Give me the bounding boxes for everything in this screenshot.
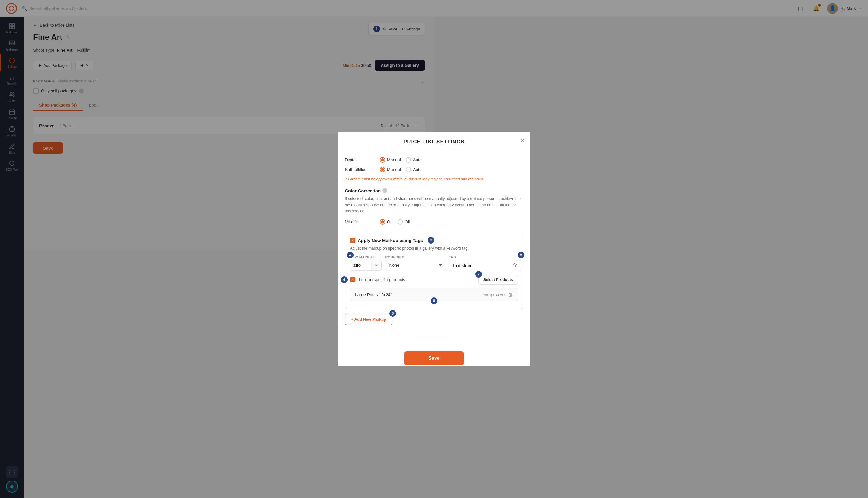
color-correction-desc: If selected, color, contrast and sharpne…	[345, 196, 434, 214]
digital-auto-radio[interactable]	[406, 157, 411, 162]
self-manual-radio[interactable]	[380, 167, 385, 172]
millers-on-option[interactable]: On	[380, 219, 393, 225]
millers-radio-group: On Off	[380, 219, 410, 225]
color-correction-info-icon[interactable]: i	[382, 188, 387, 193]
markup-title: Apply New Markup using Tags	[358, 238, 423, 243]
millers-row: Miller's On Off	[345, 219, 434, 225]
modal-body: Digital Manual Auto Self-fulfilled	[337, 150, 434, 249]
digital-manual-label: Manual	[387, 157, 401, 162]
color-correction-label: Color Correction	[345, 188, 381, 193]
markup-header: ✓ Apply New Markup using Tags 2	[350, 237, 434, 244]
digital-manual-radio[interactable]	[380, 157, 385, 162]
digital-auto-option[interactable]: Auto	[406, 157, 422, 162]
digital-label: Digital	[345, 157, 375, 162]
millers-off-radio[interactable]	[397, 219, 403, 225]
warning-text: All orders must be approved within 21 da…	[345, 176, 434, 182]
self-auto-option[interactable]: Auto	[406, 167, 422, 172]
millers-on-radio[interactable]	[380, 219, 385, 225]
digital-manual-option[interactable]: Manual	[380, 157, 401, 162]
digital-fulfillment-row: Digital Manual Auto	[345, 157, 434, 162]
self-auto-radio[interactable]	[406, 167, 411, 172]
markup-section: ✓ Apply New Markup using Tags 2 Adjust t…	[345, 232, 434, 249]
digital-auto-label: Auto	[413, 157, 422, 162]
digital-radio-group: Manual Auto	[380, 157, 422, 162]
markup-desc: Adjust the markup on specific photos in …	[350, 246, 434, 249]
millers-label: Miller's	[345, 220, 375, 224]
modal-overlay: PRICE LIST SETTINGS × Digital Manual Aut…	[0, 0, 434, 249]
millers-off-option[interactable]: Off	[397, 219, 410, 225]
markup-checkbox[interactable]: ✓	[350, 238, 355, 243]
self-fulfilled-label: Self-fulfilled	[345, 167, 375, 172]
color-correction-section: Color Correction i If selected, color, c…	[345, 188, 434, 225]
millers-off-label: Off	[405, 220, 410, 224]
price-list-settings-modal: PRICE LIST SETTINGS × Digital Manual Aut…	[337, 132, 434, 249]
modal-header: PRICE LIST SETTINGS ×	[337, 132, 434, 150]
step-badge-2: 2	[428, 237, 434, 244]
self-manual-option[interactable]: Manual	[380, 167, 401, 172]
self-manual-label: Manual	[387, 167, 401, 172]
color-correction-title: Color Correction i	[345, 188, 434, 193]
millers-on-label: On	[387, 220, 393, 224]
self-fulfilled-row: Self-fulfilled Manual Auto	[345, 167, 434, 172]
self-auto-label: Auto	[413, 167, 422, 172]
self-fulfilled-radio-group: Manual Auto	[380, 167, 422, 172]
modal-title: PRICE LIST SETTINGS	[345, 139, 434, 145]
